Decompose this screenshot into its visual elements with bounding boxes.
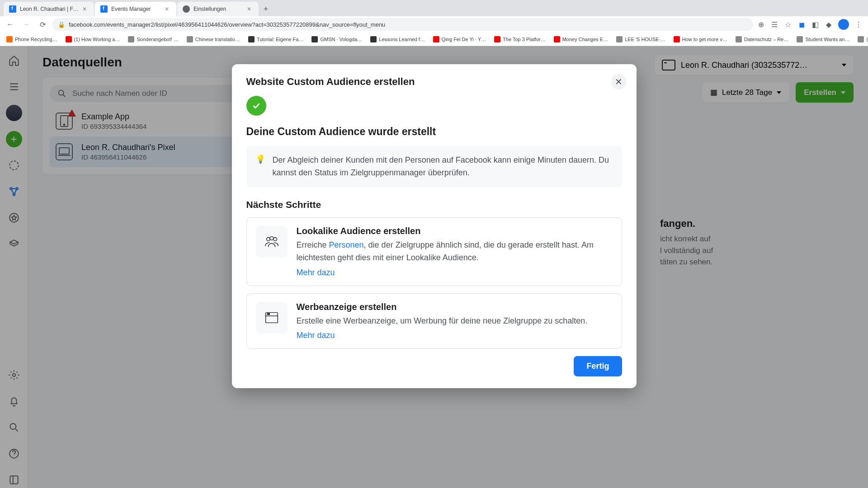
- ad-icon: [256, 302, 288, 333]
- bookmark-item[interactable]: Sonderangebot! …: [125, 34, 181, 44]
- svg-rect-25: [267, 313, 269, 314]
- lock-icon: 🔒: [58, 21, 65, 28]
- bookmark-item[interactable]: Chinese translatio…: [184, 34, 243, 44]
- star-icon[interactable]: ☆: [784, 20, 792, 28]
- step-description: Erstelle eine Werbeanzeige, um Werbung f…: [297, 315, 588, 328]
- success-check-icon: [246, 96, 266, 116]
- svg-point-21: [273, 237, 277, 241]
- facebook-icon: [9, 5, 16, 13]
- bookmark-item[interactable]: GMSN · Vologda…: [309, 34, 365, 44]
- forward-button[interactable]: →: [20, 18, 33, 31]
- step-create-ad[interactable]: Werbeanzeige erstellen Erstelle eine Wer…: [246, 293, 622, 349]
- people-icon: [256, 226, 288, 258]
- bookmark-item[interactable]: Money Changes E…: [551, 34, 611, 44]
- profile-avatar[interactable]: [838, 19, 849, 30]
- step-lookalike[interactable]: Lookalike Audience erstellen Erreiche Pe…: [246, 217, 622, 286]
- bookmark-item[interactable]: Lessons Learned f…: [368, 34, 428, 44]
- tab-events-manager[interactable]: Events Manager ✕: [95, 2, 176, 16]
- facebook-pixel-icon[interactable]: ◼: [797, 20, 806, 28]
- modal-heading: Deine Custom Audience wurde erstellt: [246, 126, 622, 138]
- tab-title: Einstellungen: [193, 6, 243, 12]
- tab-title: Leon R. Chaudhari | Facebook: [20, 6, 79, 12]
- next-steps-heading: Nächste Schritte: [246, 199, 622, 210]
- extension-icon[interactable]: ◧: [811, 20, 819, 28]
- info-text: Der Abgleich deiner Kunden mit den Perso…: [273, 154, 613, 179]
- svg-point-20: [266, 237, 270, 241]
- bookmark-item[interactable]: Student Wants an…: [794, 34, 852, 44]
- translate-icon[interactable]: ☰: [770, 20, 778, 28]
- step-description: Erreiche Personen, die der Zielgruppe äh…: [297, 239, 613, 264]
- info-box: 💡 Der Abgleich deiner Kunden mit den Per…: [246, 146, 622, 188]
- more-link[interactable]: Mehr dazu: [297, 331, 335, 340]
- link-personen[interactable]: Personen: [329, 240, 364, 249]
- tab-settings[interactable]: Einstellungen ✕: [177, 2, 259, 16]
- close-button[interactable]: ✕: [611, 74, 627, 89]
- gear-icon: [183, 5, 190, 13]
- close-icon[interactable]: ✕: [247, 6, 253, 12]
- modal-title: Website Custom Audience erstellen: [246, 76, 622, 88]
- more-link[interactable]: Mehr dazu: [297, 268, 335, 277]
- url-field[interactable]: 🔒 facebook.com/events_manager2/list/pixe…: [52, 18, 753, 31]
- facebook-icon: [100, 5, 108, 13]
- menu-icon[interactable]: ⋮: [854, 20, 863, 28]
- tab-facebook-profile[interactable]: Leon R. Chaudhari | Facebook ✕: [4, 2, 94, 16]
- bookmark-item[interactable]: (2) How To Add A…: [855, 34, 868, 44]
- bookmark-item[interactable]: LEE 'S HOUSE·…: [613, 34, 668, 44]
- step-title: Werbeanzeige erstellen: [297, 302, 588, 312]
- reload-button[interactable]: ⟳: [36, 18, 49, 31]
- tab-bar: Leon R. Chaudhari | Facebook ✕ Events Ma…: [0, 0, 868, 16]
- svg-point-22: [270, 236, 274, 240]
- bookmark-item[interactable]: (1) How Working a…: [63, 34, 123, 44]
- bookmark-item[interactable]: How to get more v…: [671, 34, 730, 44]
- url-bar: ← → ⟳ 🔒 facebook.com/events_manager2/lis…: [0, 16, 868, 33]
- lightbulb-icon: 💡: [255, 154, 265, 179]
- tab-title: Events Manager: [111, 6, 161, 12]
- bookmark-item[interactable]: Phone Recycling…: [4, 34, 60, 44]
- new-tab-button[interactable]: +: [259, 3, 272, 15]
- extension-icon-2[interactable]: ◆: [825, 20, 833, 28]
- create-audience-modal: Website Custom Audience erstellen ✕ Dein…: [232, 64, 637, 388]
- bookmark-item[interactable]: Qing Fei De Yi · Y…: [430, 34, 489, 44]
- bookmark-item[interactable]: Tutorial: Eigene Fa…: [245, 34, 307, 44]
- close-icon[interactable]: ✕: [82, 6, 89, 12]
- zoom-icon[interactable]: ⊕: [757, 20, 765, 28]
- back-button[interactable]: ←: [4, 18, 16, 31]
- bookmark-item[interactable]: The Top 3 Platfor…: [491, 34, 548, 44]
- url-text: facebook.com/events_manager2/list/pixel/…: [69, 21, 385, 28]
- bookmark-item[interactable]: Datenschutz – Re…: [733, 34, 791, 44]
- step-title: Lookalike Audience erstellen: [297, 226, 613, 236]
- bookmarks-bar: Phone Recycling… (1) How Working a… Sond…: [0, 33, 868, 46]
- close-icon[interactable]: ✕: [165, 6, 171, 12]
- done-button[interactable]: Fertig: [574, 356, 622, 376]
- modal-overlay: Website Custom Audience erstellen ✕ Dein…: [0, 46, 868, 488]
